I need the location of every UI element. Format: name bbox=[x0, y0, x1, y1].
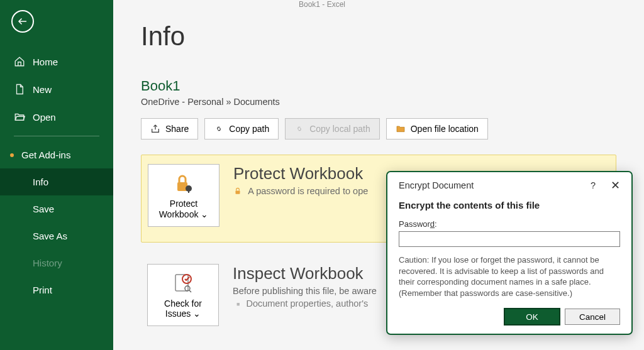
password-label: Password: bbox=[399, 219, 620, 229]
sidebar-label: Home bbox=[33, 57, 58, 67]
copy-path-button[interactable]: Copy path bbox=[204, 118, 279, 139]
password-input[interactable] bbox=[399, 231, 620, 247]
title-bar: Book1 - Excel bbox=[0, 0, 644, 11]
sidebar-label: Open bbox=[33, 112, 56, 123]
sidebar-item-open[interactable]: Open bbox=[0, 103, 113, 131]
new-file-icon bbox=[14, 84, 25, 95]
document-path: OneDrive - Personal » Documents bbox=[141, 97, 616, 107]
button-label: Copy path bbox=[229, 124, 269, 134]
svg-line-8 bbox=[189, 290, 191, 292]
button-label: Protect Workbook bbox=[159, 199, 199, 219]
back-button[interactable] bbox=[11, 10, 34, 33]
sidebar-label: Save As bbox=[33, 231, 67, 241]
dialog-subtitle: Encrypt the contents of this file bbox=[399, 200, 620, 211]
notification-dot-icon bbox=[10, 153, 14, 157]
sidebar-label: History bbox=[33, 258, 62, 268]
protect-description: A password is required to ope bbox=[233, 186, 368, 196]
lock-icon bbox=[172, 172, 195, 195]
lock-small-icon bbox=[233, 187, 242, 195]
backstage-sidebar: Home New Open Get Add-ins Info Save Save… bbox=[0, 0, 113, 350]
button-label: Share bbox=[165, 124, 189, 134]
sidebar-label: Save bbox=[33, 204, 54, 214]
sidebar-label: Print bbox=[33, 285, 52, 295]
check-issues-icon bbox=[172, 272, 194, 295]
link-icon bbox=[214, 124, 224, 134]
page-title: Info bbox=[141, 21, 616, 52]
protect-title: Protect Workbook bbox=[233, 164, 368, 183]
document-name: Book1 bbox=[141, 78, 616, 94]
sidebar-label: Info bbox=[33, 177, 48, 187]
open-file-location-button[interactable]: Open file location bbox=[386, 118, 488, 139]
title-text: Book1 - Excel bbox=[299, 0, 345, 9]
sidebar-item-save[interactable]: Save bbox=[0, 195, 113, 222]
cancel-button[interactable]: Cancel bbox=[565, 309, 620, 325]
sidebar-item-new[interactable]: New bbox=[0, 75, 113, 103]
button-label: Open file location bbox=[411, 124, 479, 134]
sidebar-item-home[interactable]: Home bbox=[0, 48, 113, 75]
sidebar-label: New bbox=[33, 84, 52, 95]
sidebar-label: Get Add-ins bbox=[21, 150, 70, 160]
svg-rect-4 bbox=[236, 190, 240, 194]
ok-button[interactable]: OK bbox=[504, 309, 560, 325]
encrypt-document-dialog: Encrypt Document ? ✕ Encrypt the content… bbox=[386, 171, 633, 335]
protect-workbook-button[interactable]: Protect Workbook ⌄ bbox=[148, 164, 219, 227]
inspect-description: Before publishing this file, be aware bbox=[233, 286, 377, 296]
dialog-caution: Caution: If you lose or forget the passw… bbox=[399, 254, 620, 298]
folder-icon bbox=[396, 124, 406, 134]
open-folder-icon bbox=[14, 111, 25, 123]
share-button[interactable]: Share bbox=[141, 118, 198, 139]
chevron-down-icon: ⌄ bbox=[201, 209, 208, 219]
dialog-title: Encrypt Document bbox=[399, 180, 474, 190]
close-button[interactable]: ✕ bbox=[611, 180, 620, 191]
back-arrow-icon bbox=[17, 16, 28, 27]
sidebar-item-print[interactable]: Print bbox=[0, 276, 113, 304]
check-for-issues-button[interactable]: Check for Issues ⌄ bbox=[147, 264, 219, 327]
sidebar-item-get-addins[interactable]: Get Add-ins bbox=[0, 141, 113, 168]
sidebar-item-info[interactable]: Info bbox=[0, 168, 113, 195]
help-button[interactable]: ? bbox=[591, 180, 596, 190]
chevron-down-icon: ⌄ bbox=[193, 309, 201, 319]
link-icon bbox=[294, 124, 304, 134]
copy-local-path-button: Copy local path bbox=[285, 118, 380, 139]
inspect-title: Inspect Workbook bbox=[233, 264, 377, 283]
share-icon bbox=[150, 124, 160, 134]
sidebar-item-save-as[interactable]: Save As bbox=[0, 222, 113, 249]
home-icon bbox=[14, 56, 25, 67]
svg-rect-3 bbox=[188, 190, 189, 193]
button-label: Copy local path bbox=[309, 124, 370, 134]
info-button-row: Share Copy path Copy local path Open fil… bbox=[141, 118, 616, 139]
sidebar-item-history: History bbox=[0, 249, 113, 276]
inspect-item: Document properties, author's bbox=[233, 298, 377, 309]
sidebar-separator bbox=[14, 136, 99, 136]
